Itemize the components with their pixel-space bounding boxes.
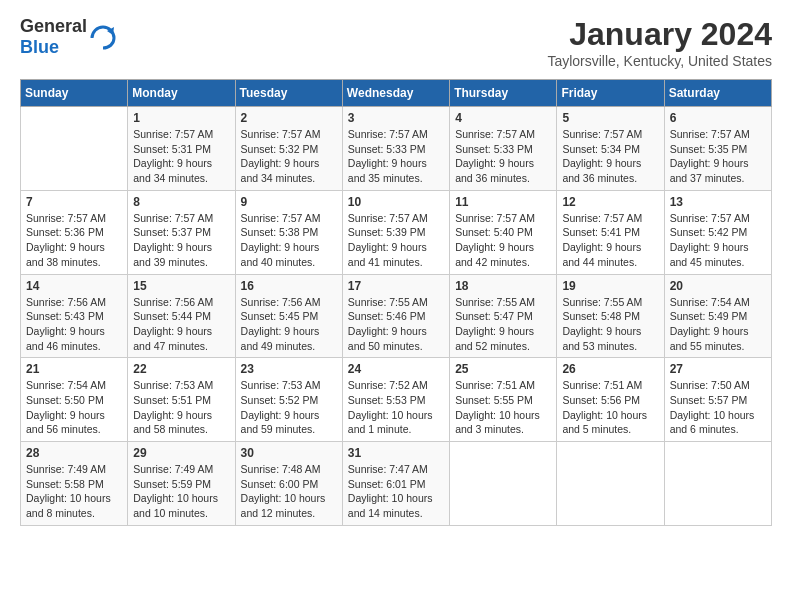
calendar-cell: 9Sunrise: 7:57 AM Sunset: 5:38 PM Daylig… bbox=[235, 190, 342, 274]
calendar-week-row: 14Sunrise: 7:56 AM Sunset: 5:43 PM Dayli… bbox=[21, 274, 772, 358]
calendar-cell: 21Sunrise: 7:54 AM Sunset: 5:50 PM Dayli… bbox=[21, 358, 128, 442]
day-number: 18 bbox=[455, 279, 551, 293]
calendar-cell: 29Sunrise: 7:49 AM Sunset: 5:59 PM Dayli… bbox=[128, 442, 235, 526]
day-info: Sunrise: 7:57 AM Sunset: 5:42 PM Dayligh… bbox=[670, 211, 766, 270]
calendar-cell: 25Sunrise: 7:51 AM Sunset: 5:55 PM Dayli… bbox=[450, 358, 557, 442]
day-number: 25 bbox=[455, 362, 551, 376]
day-info: Sunrise: 7:57 AM Sunset: 5:33 PM Dayligh… bbox=[455, 127, 551, 186]
weekday-header: Sunday bbox=[21, 80, 128, 107]
day-number: 4 bbox=[455, 111, 551, 125]
day-number: 31 bbox=[348, 446, 444, 460]
day-number: 13 bbox=[670, 195, 766, 209]
calendar-cell: 30Sunrise: 7:48 AM Sunset: 6:00 PM Dayli… bbox=[235, 442, 342, 526]
day-number: 26 bbox=[562, 362, 658, 376]
calendar-week-row: 7Sunrise: 7:57 AM Sunset: 5:36 PM Daylig… bbox=[21, 190, 772, 274]
calendar-cell: 22Sunrise: 7:53 AM Sunset: 5:51 PM Dayli… bbox=[128, 358, 235, 442]
day-number: 6 bbox=[670, 111, 766, 125]
day-number: 29 bbox=[133, 446, 229, 460]
day-info: Sunrise: 7:57 AM Sunset: 5:39 PM Dayligh… bbox=[348, 211, 444, 270]
calendar-table: SundayMondayTuesdayWednesdayThursdayFrid… bbox=[20, 79, 772, 526]
day-info: Sunrise: 7:53 AM Sunset: 5:52 PM Dayligh… bbox=[241, 378, 337, 437]
calendar-cell: 8Sunrise: 7:57 AM Sunset: 5:37 PM Daylig… bbox=[128, 190, 235, 274]
page-header: General Blue January 2024 Taylorsville, … bbox=[20, 16, 772, 69]
calendar-cell: 4Sunrise: 7:57 AM Sunset: 5:33 PM Daylig… bbox=[450, 107, 557, 191]
calendar-cell: 13Sunrise: 7:57 AM Sunset: 5:42 PM Dayli… bbox=[664, 190, 771, 274]
day-info: Sunrise: 7:54 AM Sunset: 5:49 PM Dayligh… bbox=[670, 295, 766, 354]
title-block: January 2024 Taylorsville, Kentucky, Uni… bbox=[547, 16, 772, 69]
day-info: Sunrise: 7:50 AM Sunset: 5:57 PM Dayligh… bbox=[670, 378, 766, 437]
day-number: 15 bbox=[133, 279, 229, 293]
day-number: 14 bbox=[26, 279, 122, 293]
day-number: 27 bbox=[670, 362, 766, 376]
day-number: 22 bbox=[133, 362, 229, 376]
day-info: Sunrise: 7:57 AM Sunset: 5:40 PM Dayligh… bbox=[455, 211, 551, 270]
calendar-cell: 31Sunrise: 7:47 AM Sunset: 6:01 PM Dayli… bbox=[342, 442, 449, 526]
day-info: Sunrise: 7:57 AM Sunset: 5:37 PM Dayligh… bbox=[133, 211, 229, 270]
day-info: Sunrise: 7:52 AM Sunset: 5:53 PM Dayligh… bbox=[348, 378, 444, 437]
calendar-cell: 27Sunrise: 7:50 AM Sunset: 5:57 PM Dayli… bbox=[664, 358, 771, 442]
day-info: Sunrise: 7:57 AM Sunset: 5:33 PM Dayligh… bbox=[348, 127, 444, 186]
calendar-cell: 17Sunrise: 7:55 AM Sunset: 5:46 PM Dayli… bbox=[342, 274, 449, 358]
calendar-cell: 7Sunrise: 7:57 AM Sunset: 5:36 PM Daylig… bbox=[21, 190, 128, 274]
day-number: 8 bbox=[133, 195, 229, 209]
day-number: 12 bbox=[562, 195, 658, 209]
day-number: 1 bbox=[133, 111, 229, 125]
calendar-cell bbox=[21, 107, 128, 191]
day-number: 28 bbox=[26, 446, 122, 460]
day-number: 24 bbox=[348, 362, 444, 376]
day-info: Sunrise: 7:57 AM Sunset: 5:32 PM Dayligh… bbox=[241, 127, 337, 186]
weekday-header: Saturday bbox=[664, 80, 771, 107]
logo-text: General Blue bbox=[20, 16, 87, 58]
day-number: 17 bbox=[348, 279, 444, 293]
calendar-cell: 6Sunrise: 7:57 AM Sunset: 5:35 PM Daylig… bbox=[664, 107, 771, 191]
day-info: Sunrise: 7:56 AM Sunset: 5:43 PM Dayligh… bbox=[26, 295, 122, 354]
day-info: Sunrise: 7:57 AM Sunset: 5:36 PM Dayligh… bbox=[26, 211, 122, 270]
calendar-cell: 20Sunrise: 7:54 AM Sunset: 5:49 PM Dayli… bbox=[664, 274, 771, 358]
day-info: Sunrise: 7:49 AM Sunset: 5:58 PM Dayligh… bbox=[26, 462, 122, 521]
main-title: January 2024 bbox=[547, 16, 772, 53]
calendar-cell: 10Sunrise: 7:57 AM Sunset: 5:39 PM Dayli… bbox=[342, 190, 449, 274]
logo-blue: Blue bbox=[20, 37, 59, 57]
day-info: Sunrise: 7:57 AM Sunset: 5:31 PM Dayligh… bbox=[133, 127, 229, 186]
day-number: 16 bbox=[241, 279, 337, 293]
weekday-header: Tuesday bbox=[235, 80, 342, 107]
day-info: Sunrise: 7:57 AM Sunset: 5:35 PM Dayligh… bbox=[670, 127, 766, 186]
day-number: 7 bbox=[26, 195, 122, 209]
calendar-week-row: 1Sunrise: 7:57 AM Sunset: 5:31 PM Daylig… bbox=[21, 107, 772, 191]
day-number: 20 bbox=[670, 279, 766, 293]
sub-title: Taylorsville, Kentucky, United States bbox=[547, 53, 772, 69]
day-number: 9 bbox=[241, 195, 337, 209]
calendar-cell: 23Sunrise: 7:53 AM Sunset: 5:52 PM Dayli… bbox=[235, 358, 342, 442]
day-number: 23 bbox=[241, 362, 337, 376]
day-info: Sunrise: 7:53 AM Sunset: 5:51 PM Dayligh… bbox=[133, 378, 229, 437]
day-info: Sunrise: 7:47 AM Sunset: 6:01 PM Dayligh… bbox=[348, 462, 444, 521]
logo: General Blue bbox=[20, 16, 117, 58]
weekday-header: Wednesday bbox=[342, 80, 449, 107]
calendar-cell: 2Sunrise: 7:57 AM Sunset: 5:32 PM Daylig… bbox=[235, 107, 342, 191]
calendar-cell: 26Sunrise: 7:51 AM Sunset: 5:56 PM Dayli… bbox=[557, 358, 664, 442]
calendar-cell: 18Sunrise: 7:55 AM Sunset: 5:47 PM Dayli… bbox=[450, 274, 557, 358]
calendar-header-row: SundayMondayTuesdayWednesdayThursdayFrid… bbox=[21, 80, 772, 107]
calendar-cell: 11Sunrise: 7:57 AM Sunset: 5:40 PM Dayli… bbox=[450, 190, 557, 274]
day-info: Sunrise: 7:51 AM Sunset: 5:55 PM Dayligh… bbox=[455, 378, 551, 437]
day-number: 11 bbox=[455, 195, 551, 209]
day-number: 3 bbox=[348, 111, 444, 125]
day-info: Sunrise: 7:51 AM Sunset: 5:56 PM Dayligh… bbox=[562, 378, 658, 437]
calendar-cell bbox=[557, 442, 664, 526]
calendar-cell: 5Sunrise: 7:57 AM Sunset: 5:34 PM Daylig… bbox=[557, 107, 664, 191]
calendar-cell: 16Sunrise: 7:56 AM Sunset: 5:45 PM Dayli… bbox=[235, 274, 342, 358]
logo-icon bbox=[89, 23, 117, 51]
calendar-cell: 28Sunrise: 7:49 AM Sunset: 5:58 PM Dayli… bbox=[21, 442, 128, 526]
day-info: Sunrise: 7:55 AM Sunset: 5:47 PM Dayligh… bbox=[455, 295, 551, 354]
day-info: Sunrise: 7:57 AM Sunset: 5:41 PM Dayligh… bbox=[562, 211, 658, 270]
day-info: Sunrise: 7:56 AM Sunset: 5:45 PM Dayligh… bbox=[241, 295, 337, 354]
weekday-header: Thursday bbox=[450, 80, 557, 107]
logo-general: General bbox=[20, 16, 87, 36]
calendar-cell bbox=[450, 442, 557, 526]
calendar-week-row: 21Sunrise: 7:54 AM Sunset: 5:50 PM Dayli… bbox=[21, 358, 772, 442]
day-number: 19 bbox=[562, 279, 658, 293]
calendar-cell bbox=[664, 442, 771, 526]
day-info: Sunrise: 7:55 AM Sunset: 5:46 PM Dayligh… bbox=[348, 295, 444, 354]
day-number: 10 bbox=[348, 195, 444, 209]
day-info: Sunrise: 7:57 AM Sunset: 5:34 PM Dayligh… bbox=[562, 127, 658, 186]
